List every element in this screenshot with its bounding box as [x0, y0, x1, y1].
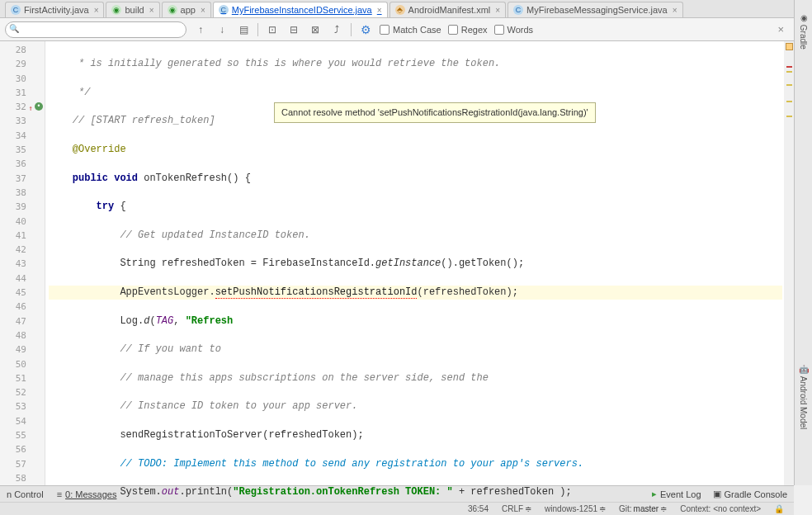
search-input[interactable] — [5, 21, 186, 38]
separator — [351, 23, 352, 36]
error-tooltip: Cannot resolve method 'setPushNotificati… — [274, 102, 596, 123]
java-class-icon: C — [219, 5, 229, 15]
override-gutter-icon[interactable] — [35, 102, 43, 111]
tab-label: MyFirebaseInstanceIDService.java — [232, 5, 372, 15]
checkbox-icon — [448, 25, 458, 35]
code-content[interactable]: * is initially generated so this is wher… — [45, 41, 794, 485]
gradle-side-tab[interactable]: ◉ Gradle — [797, 7, 810, 56]
close-icon[interactable]: × — [201, 6, 205, 15]
gradle-icon: ◉ — [111, 5, 121, 15]
export-button[interactable]: ⤴ — [329, 22, 344, 37]
warning-marker[interactable] — [786, 71, 792, 73]
close-icon[interactable]: × — [495, 6, 500, 15]
close-icon[interactable]: × — [673, 6, 677, 15]
words-label: Words — [508, 25, 534, 35]
close-icon[interactable]: × — [377, 6, 382, 15]
xml-icon: ⬘ — [395, 5, 405, 15]
tab-first-activity[interactable]: C FirstActivity.java × — [5, 2, 104, 17]
close-icon[interactable]: × — [149, 6, 154, 15]
error-marker[interactable] — [786, 66, 792, 68]
checkbox-icon — [380, 25, 389, 35]
tab-label: MyFirebaseMessagingService.java — [526, 5, 668, 15]
android-icon: 🤖 — [799, 364, 808, 374]
match-case-checkbox[interactable]: Match Case — [380, 25, 441, 35]
close-find-button[interactable]: × — [772, 23, 789, 35]
tab-app[interactable]: ◉ app × — [162, 2, 211, 17]
add-selection-button[interactable]: ⊟ — [286, 22, 301, 37]
error-stripe[interactable] — [784, 41, 794, 485]
tab-label: AndroidManifest.xml — [408, 5, 491, 15]
analysis-status-icon[interactable] — [786, 43, 793, 50]
tab-label: app — [181, 5, 196, 15]
close-icon[interactable]: × — [94, 6, 99, 15]
match-case-label: Match Case — [393, 25, 441, 35]
tab-label: FirstActivity.java — [24, 5, 89, 15]
tab-label: build — [125, 5, 144, 15]
separator — [257, 23, 258, 36]
tab-manifest[interactable]: ⬘ AndroidManifest.xml × — [389, 2, 507, 17]
words-checkbox[interactable]: Words — [494, 25, 534, 35]
prev-occurrence-button[interactable]: ↑ — [193, 22, 208, 37]
checkbox-icon — [494, 25, 504, 35]
android-model-side-tab[interactable]: 🤖 Android Model — [797, 357, 810, 436]
regex-checkbox[interactable]: Regex — [448, 25, 488, 35]
java-class-icon: C — [11, 5, 21, 15]
tab-build[interactable]: ◉ build × — [106, 2, 159, 17]
gutter[interactable]: 28293031 32↑ 33343536 37383940 41424344 … — [0, 41, 45, 485]
find-toolbar: ↑ ↓ ▤ ⊡ ⊟ ⊠ ⤴ ⚙ Match Case Regex Words × — [0, 18, 794, 41]
warning-marker[interactable] — [786, 101, 792, 102]
right-tool-stripe: ◉ Gradle 🤖 Android Model — [794, 0, 812, 485]
next-occurrence-button[interactable]: ↓ — [215, 22, 229, 37]
warning-marker[interactable] — [786, 84, 792, 86]
tab-firebase-messaging[interactable]: C MyFirebaseMessagingService.java × — [508, 2, 682, 17]
java-class-icon: C — [513, 5, 523, 15]
gradle-icon: ◉ — [799, 13, 808, 22]
settings-button[interactable]: ⚙ — [358, 22, 373, 37]
remove-selection-button[interactable]: ⊠ — [308, 22, 323, 37]
warning-marker[interactable] — [786, 116, 792, 117]
code-editor[interactable]: 28293031 32↑ 33343536 37383940 41424344 … — [0, 41, 794, 485]
gradle-icon: ◉ — [168, 5, 177, 15]
tab-firebase-instance-id[interactable]: C MyFirebaseInstanceIDService.java × — [213, 2, 388, 17]
editor-tab-bar: C FirstActivity.java × ◉ build × ◉ app ×… — [0, 0, 794, 18]
select-all-button[interactable]: ⊡ — [265, 22, 280, 37]
filter-button[interactable]: ▤ — [236, 22, 251, 37]
regex-label: Regex — [461, 25, 488, 35]
version-control-tool-button[interactable]: n Control — [7, 489, 44, 499]
